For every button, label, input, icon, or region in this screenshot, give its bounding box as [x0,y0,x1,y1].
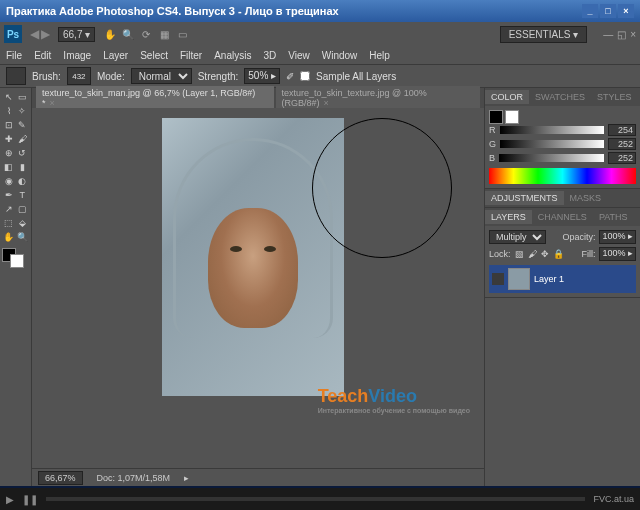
workspace-switcher[interactable]: ESSENTIALS ▾ [500,26,587,43]
maximize-button[interactable]: □ [600,4,616,18]
panel-minimize-icon[interactable]: — [603,29,613,40]
bg-swatch[interactable] [505,110,519,124]
path-tool-icon[interactable]: ↗ [2,202,16,216]
tab-channels[interactable]: CHANNELS [532,210,593,224]
type-tool-icon[interactable]: T [16,188,30,202]
tab-styles[interactable]: STYLES [591,90,638,104]
r-value[interactable]: 254 [608,124,636,136]
sample-all-label: Sample All Layers [316,71,396,82]
brush-label: Brush: [32,71,61,82]
menu-select[interactable]: Select [140,50,168,61]
play-button[interactable]: ▶ [6,494,14,505]
panel-restore-icon[interactable]: ◱ [617,29,626,40]
image-face [208,208,298,328]
b-value[interactable]: 252 [608,152,636,164]
menu-file[interactable]: File [6,50,22,61]
gradient-tool-icon[interactable]: ▮ [16,160,30,174]
tool-preset-picker[interactable] [6,67,26,85]
menu-analysis[interactable]: Analysis [214,50,251,61]
document-tab-1[interactable]: texture_to_skin_man.jpg @ 66,7% (Layer 1… [36,86,274,110]
blend-mode-select[interactable]: Normal [131,68,192,84]
brush-tool-icon[interactable]: 🖌 [16,132,30,146]
layer-blend-select[interactable]: Multiply [489,230,546,244]
nav-fwd-icon[interactable]: ▶ [41,27,50,41]
lock-all-icon[interactable]: 🔒 [553,249,564,259]
zoom-tool2-icon[interactable]: 🔍 [16,230,30,244]
3d-tool-icon[interactable]: ⬚ [2,216,16,230]
app-icon: Ps [4,25,22,43]
g-value[interactable]: 252 [608,138,636,150]
wand-tool-icon[interactable]: ✧ [16,104,30,118]
tab-adjustments[interactable]: ADJUSTMENTS [485,191,564,205]
lasso-tool-icon[interactable]: ⌇ [2,104,16,118]
strength-field[interactable]: 50% ▸ [244,68,280,84]
fill-field[interactable]: 100% ▸ [599,247,636,261]
move-tool-icon[interactable]: ↖ [2,90,16,104]
background-color-swatch[interactable] [10,254,24,268]
menu-3d[interactable]: 3D [263,50,276,61]
tab-paths[interactable]: PATHS [593,210,634,224]
brush-preset-picker[interactable]: 432 [67,67,91,85]
minimize-button[interactable]: _ [582,4,598,18]
tab-masks[interactable]: MASKS [564,191,608,205]
fg-swatch[interactable] [489,110,503,124]
pause-button[interactable]: ❚❚ [22,494,38,505]
crop-tool-icon[interactable]: ⊡ [2,118,16,132]
layer-name[interactable]: Layer 1 [534,274,564,284]
opacity-field[interactable]: 100% ▸ [599,230,636,244]
toolbox: ↖▭ ⌇✧ ⊡✎ ✚🖌 ⊕↺ ◧▮ ◉◐ ✒T ↗▢ ⬚⬙ ✋🔍 [0,88,32,486]
menu-filter[interactable]: Filter [180,50,202,61]
doc-info-arrow-icon[interactable]: ▸ [184,473,189,483]
blur-tool-icon[interactable]: ◉ [2,174,16,188]
zoom-level-combo[interactable]: 66,7 ▾ [58,27,95,42]
tab-color[interactable]: COLOR [485,90,529,104]
3d-cam-icon[interactable]: ⬙ [16,216,30,230]
menu-help[interactable]: Help [369,50,390,61]
arrange-icon[interactable]: ▦ [157,27,171,41]
stamp-tool-icon[interactable]: ⊕ [2,146,16,160]
hand-tool-icon[interactable]: ✋ [103,27,117,41]
g-slider[interactable] [500,140,604,148]
lock-trans-icon[interactable]: ▧ [515,249,524,259]
mode-label: Mode: [97,71,125,82]
lock-pixels-icon[interactable]: 🖌 [528,249,537,259]
history-brush-icon[interactable]: ↺ [16,146,30,160]
color-spectrum[interactable] [489,168,636,184]
layer-row[interactable]: Layer 1 [489,265,636,293]
b-slider[interactable] [499,154,604,162]
seek-track[interactable] [46,497,585,501]
screen-mode-icon[interactable]: ▭ [175,27,189,41]
hand-tool2-icon[interactable]: ✋ [2,230,16,244]
menu-window[interactable]: Window [322,50,358,61]
pen-tool-icon[interactable]: ✒ [2,188,16,202]
eyedropper-tool-icon[interactable]: ✎ [16,118,30,132]
close-tab-icon[interactable]: × [324,98,329,108]
zoom-status[interactable]: 66,67% [38,471,83,485]
close-tab-icon[interactable]: × [50,98,55,108]
heal-tool-icon[interactable]: ✚ [2,132,16,146]
eraser-tool-icon[interactable]: ◧ [2,160,16,174]
airbrush-icon[interactable]: ✐ [286,71,294,82]
menu-edit[interactable]: Edit [34,50,51,61]
menu-view[interactable]: View [288,50,310,61]
zoom-tool-icon[interactable]: 🔍 [121,27,135,41]
sample-all-checkbox[interactable] [300,71,310,81]
menu-layer[interactable]: Layer [103,50,128,61]
dodge-tool-icon[interactable]: ◐ [16,174,30,188]
nav-back-icon[interactable]: ◀ [30,27,39,41]
document-tab-2[interactable]: texture_to_skin_texture.jpg @ 100% (RGB/… [276,86,480,110]
r-slider[interactable] [500,126,605,134]
lock-pos-icon[interactable]: ✥ [541,249,549,259]
source-url: FVC.at.ua [593,494,634,504]
tab-layers[interactable]: LAYERS [485,210,532,224]
panel-close-icon[interactable]: × [630,29,636,40]
shape-tool-icon[interactable]: ▢ [16,202,30,216]
tab-swatches[interactable]: SWATCHES [529,90,591,104]
close-button[interactable]: × [618,4,634,18]
marquee-tool-icon[interactable]: ▭ [16,90,30,104]
menu-image[interactable]: Image [63,50,91,61]
canvas[interactable]: TeachVideo Интерактивное обучение с помо… [32,108,484,468]
layer-thumbnail[interactable] [508,268,530,290]
visibility-icon[interactable] [492,273,504,285]
rotate-view-icon[interactable]: ⟳ [139,27,153,41]
